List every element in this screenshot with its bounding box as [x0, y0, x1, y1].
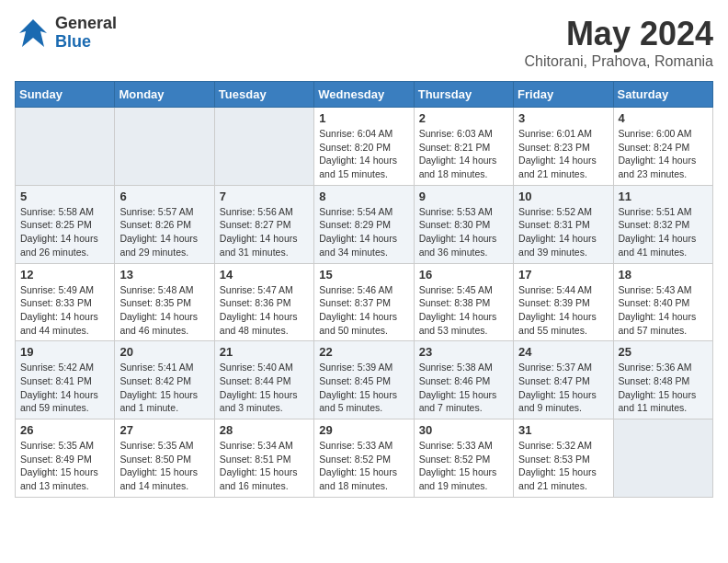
day-number: 25: [619, 345, 708, 359]
calendar-cell: 21Sunrise: 5:40 AMSunset: 8:44 PMDayligh…: [214, 341, 313, 419]
day-number: 18: [619, 268, 708, 282]
calendar-cell: 3Sunrise: 6:01 AMSunset: 8:23 PMDaylight…: [514, 108, 613, 186]
day-number: 21: [220, 345, 309, 359]
day-info: Sunrise: 5:46 AMSunset: 8:37 PMDaylight:…: [319, 283, 408, 338]
day-info: Sunrise: 5:39 AMSunset: 8:45 PMDaylight:…: [319, 361, 408, 415]
calendar-cell: [613, 419, 712, 498]
calendar-cell: 28Sunrise: 5:34 AMSunset: 8:51 PMDayligh…: [214, 419, 313, 498]
calendar-cell: 2Sunrise: 6:03 AMSunset: 8:21 PMDaylight…: [414, 108, 513, 186]
calendar-cell: 27Sunrise: 5:35 AMSunset: 8:50 PMDayligh…: [115, 419, 214, 498]
calendar-cell: 8Sunrise: 5:54 AMSunset: 8:29 PMDaylight…: [314, 185, 414, 263]
weekday-header: Thursday: [414, 82, 513, 108]
calendar-cell: 29Sunrise: 5:33 AMSunset: 8:52 PMDayligh…: [314, 419, 414, 498]
calendar-cell: 26Sunrise: 5:35 AMSunset: 8:49 PMDayligh…: [16, 419, 115, 498]
day-number: 6: [119, 190, 209, 203]
calendar-week-row: 26Sunrise: 5:35 AMSunset: 8:49 PMDayligh…: [16, 419, 713, 498]
day-info: Sunrise: 5:57 AMSunset: 8:26 PMDaylight:…: [119, 205, 209, 259]
calendar-week-row: 19Sunrise: 5:42 AMSunset: 8:41 PMDayligh…: [16, 341, 713, 419]
calendar-week-row: 5Sunrise: 5:58 AMSunset: 8:25 PMDaylight…: [16, 185, 713, 263]
day-info: Sunrise: 5:38 AMSunset: 8:46 PMDaylight:…: [419, 361, 508, 415]
calendar-table: SundayMondayTuesdayWednesdayThursdayFrid…: [15, 81, 713, 498]
calendar-cell: 14Sunrise: 5:47 AMSunset: 8:36 PMDayligh…: [214, 263, 313, 341]
day-info: Sunrise: 5:56 AMSunset: 8:27 PMDaylight:…: [220, 205, 309, 259]
day-info: Sunrise: 5:35 AMSunset: 8:49 PMDaylight:…: [20, 439, 109, 493]
day-number: 24: [518, 345, 608, 359]
day-number: 12: [20, 268, 109, 282]
calendar-cell: 4Sunrise: 6:00 AMSunset: 8:24 PMDaylight…: [613, 108, 712, 186]
calendar-cell: 12Sunrise: 5:49 AMSunset: 8:33 PMDayligh…: [16, 263, 115, 341]
day-info: Sunrise: 5:52 AMSunset: 8:31 PMDaylight:…: [518, 205, 608, 259]
day-number: 11: [619, 190, 708, 203]
day-number: 7: [220, 190, 309, 203]
day-number: 27: [119, 423, 209, 437]
calendar-cell: 11Sunrise: 5:51 AMSunset: 8:32 PMDayligh…: [613, 185, 712, 263]
calendar-week-row: 1Sunrise: 6:04 AMSunset: 8:20 PMDaylight…: [16, 108, 713, 186]
day-number: 28: [220, 423, 309, 437]
day-info: Sunrise: 5:44 AMSunset: 8:39 PMDaylight:…: [518, 283, 608, 338]
day-info: Sunrise: 5:37 AMSunset: 8:47 PMDaylight:…: [518, 361, 608, 415]
calendar-cell: [214, 108, 313, 186]
day-info: Sunrise: 5:32 AMSunset: 8:53 PMDaylight:…: [518, 439, 608, 493]
weekday-header: Saturday: [613, 82, 712, 108]
day-number: 29: [319, 423, 408, 437]
calendar-cell: 13Sunrise: 5:48 AMSunset: 8:35 PMDayligh…: [115, 263, 214, 341]
day-info: Sunrise: 5:35 AMSunset: 8:50 PMDaylight:…: [119, 439, 209, 493]
day-number: 8: [319, 190, 408, 203]
calendar-week-row: 12Sunrise: 5:49 AMSunset: 8:33 PMDayligh…: [16, 263, 713, 341]
calendar-cell: 16Sunrise: 5:45 AMSunset: 8:38 PMDayligh…: [414, 263, 513, 341]
calendar-cell: 20Sunrise: 5:41 AMSunset: 8:42 PMDayligh…: [115, 341, 214, 419]
day-number: 23: [419, 345, 508, 359]
calendar-cell: 1Sunrise: 6:04 AMSunset: 8:20 PMDaylight…: [314, 108, 414, 186]
calendar-cell: 5Sunrise: 5:58 AMSunset: 8:25 PMDaylight…: [16, 185, 115, 263]
day-info: Sunrise: 5:34 AMSunset: 8:51 PMDaylight:…: [220, 439, 309, 493]
day-number: 3: [518, 111, 608, 125]
page-title: May 2024: [525, 15, 713, 53]
day-number: 30: [419, 423, 508, 437]
day-number: 4: [619, 111, 708, 125]
day-number: 13: [119, 268, 209, 282]
page-subtitle: Chitorani, Prahova, Romania: [525, 53, 713, 70]
calendar-cell: 24Sunrise: 5:37 AMSunset: 8:47 PMDayligh…: [514, 341, 613, 419]
calendar-cell: 7Sunrise: 5:56 AMSunset: 8:27 PMDaylight…: [214, 185, 313, 263]
weekday-header: Monday: [115, 82, 214, 108]
day-number: 17: [518, 268, 608, 282]
calendar-cell: 19Sunrise: 5:42 AMSunset: 8:41 PMDayligh…: [16, 341, 115, 419]
calendar-cell: 18Sunrise: 5:43 AMSunset: 8:40 PMDayligh…: [613, 263, 712, 341]
title-block: May 2024 Chitorani, Prahova, Romania: [525, 15, 713, 70]
calendar-cell: 25Sunrise: 5:36 AMSunset: 8:48 PMDayligh…: [613, 341, 712, 419]
svg-marker-0: [19, 19, 47, 47]
day-info: Sunrise: 5:47 AMSunset: 8:36 PMDaylight:…: [220, 283, 309, 338]
logo-general-text: General: [55, 15, 117, 33]
weekday-header: Friday: [514, 82, 613, 108]
day-number: 5: [20, 190, 109, 203]
day-number: 22: [319, 345, 408, 359]
calendar-cell: [16, 108, 115, 186]
day-number: 31: [518, 423, 608, 437]
day-info: Sunrise: 5:51 AMSunset: 8:32 PMDaylight:…: [619, 205, 708, 259]
day-info: Sunrise: 5:45 AMSunset: 8:38 PMDaylight:…: [419, 283, 508, 338]
logo: General Blue: [15, 15, 117, 52]
calendar-cell: 15Sunrise: 5:46 AMSunset: 8:37 PMDayligh…: [314, 263, 414, 341]
logo-blue-text: Blue: [55, 33, 117, 52]
day-info: Sunrise: 5:53 AMSunset: 8:30 PMDaylight:…: [419, 205, 508, 259]
day-number: 9: [419, 190, 508, 203]
day-info: Sunrise: 6:03 AMSunset: 8:21 PMDaylight:…: [419, 127, 508, 181]
day-number: 10: [518, 190, 608, 203]
calendar-cell: 6Sunrise: 5:57 AMSunset: 8:26 PMDaylight…: [115, 185, 214, 263]
day-number: 2: [419, 111, 508, 125]
day-info: Sunrise: 5:33 AMSunset: 8:52 PMDaylight:…: [419, 439, 508, 493]
calendar-cell: 23Sunrise: 5:38 AMSunset: 8:46 PMDayligh…: [414, 341, 513, 419]
day-number: 20: [119, 345, 209, 359]
weekday-header: Wednesday: [314, 82, 414, 108]
day-info: Sunrise: 5:54 AMSunset: 8:29 PMDaylight:…: [319, 205, 408, 259]
day-info: Sunrise: 5:49 AMSunset: 8:33 PMDaylight:…: [20, 283, 109, 338]
day-number: 15: [319, 268, 408, 282]
day-info: Sunrise: 5:41 AMSunset: 8:42 PMDaylight:…: [119, 361, 209, 415]
day-info: Sunrise: 6:01 AMSunset: 8:23 PMDaylight:…: [518, 127, 608, 181]
weekday-header-row: SundayMondayTuesdayWednesdayThursdayFrid…: [16, 82, 713, 108]
day-info: Sunrise: 5:33 AMSunset: 8:52 PMDaylight:…: [319, 439, 408, 493]
day-number: 16: [419, 268, 508, 282]
day-info: Sunrise: 5:48 AMSunset: 8:35 PMDaylight:…: [119, 283, 209, 338]
day-info: Sunrise: 5:58 AMSunset: 8:25 PMDaylight:…: [20, 205, 109, 259]
day-number: 19: [20, 345, 109, 359]
